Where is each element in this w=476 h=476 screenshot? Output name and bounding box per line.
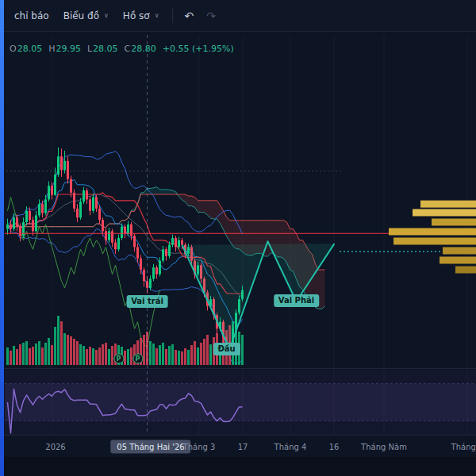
time-tick[interactable]: Tháng 6 — [451, 442, 476, 451]
bottom-strip — [0, 457, 476, 476]
menu-profile[interactable]: Hồ sơ ∨ — [117, 6, 166, 25]
legend-change: +0.55 (+1.95%) — [163, 44, 234, 54]
menu-indicators[interactable]: chỉ báo — [8, 6, 56, 25]
left-accent-strip — [0, 0, 4, 476]
time-tick[interactable]: 2026 — [45, 442, 65, 451]
time-tick[interactable]: Tháng 4 — [274, 442, 307, 451]
legend-high: H29.95 — [48, 44, 81, 54]
time-tick[interactable]: 17 — [238, 442, 248, 451]
toolbar-divider — [172, 9, 173, 23]
time-axis[interactable]: 202605 Tháng Hai '26Tháng 317Tháng 416Th… — [0, 435, 476, 457]
time-tick[interactable]: 16 — [329, 442, 340, 451]
legend-close: C28.80 — [125, 44, 156, 54]
undo-icon[interactable]: ↶ — [179, 7, 200, 25]
time-tick[interactable]: Tháng 3 — [183, 442, 216, 451]
menu-profile-label: Hồ sơ — [123, 10, 150, 21]
redo-icon[interactable]: ↷ — [201, 7, 221, 25]
menu-chart-label: Biểu đồ — [63, 10, 99, 21]
time-tick[interactable]: Tháng Năm — [361, 442, 407, 451]
chevron-down-icon: ∨ — [104, 13, 109, 19]
trading-app: Vai tráiĐầuVai PhảiPP chỉ báo Biểu đồ ∨ … — [0, 0, 476, 476]
legend-low: L28.05 — [87, 44, 118, 54]
chart-canvas[interactable] — [0, 0, 476, 476]
legend-open: O28.05 — [10, 44, 42, 54]
menu-chart[interactable]: Biểu đồ ∨ — [57, 6, 115, 25]
top-toolbar: chỉ báo Biểu đồ ∨ Hồ sơ ∨ ↶ ↷ — [0, 0, 476, 32]
menu-indicators-label: chỉ báo — [14, 10, 49, 21]
chevron-down-icon: ∨ — [155, 13, 159, 19]
time-tick-selected[interactable]: 05 Tháng Hai '26 — [110, 440, 190, 453]
ohlc-legend: O28.05 H29.95 L28.05 C28.80 +0.55 (+1.95… — [10, 44, 234, 54]
chart-svg — [0, 0, 476, 476]
